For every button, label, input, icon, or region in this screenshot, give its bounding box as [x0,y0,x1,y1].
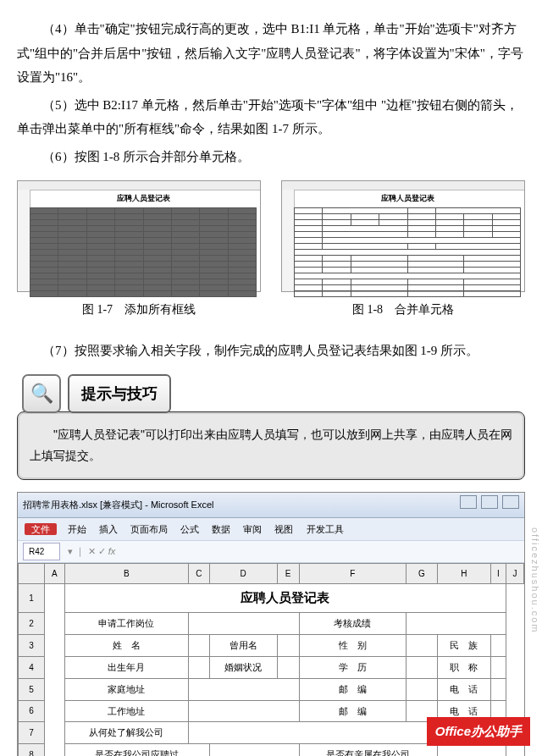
maximize-icon[interactable] [481,495,498,509]
tab-home[interactable]: 开始 [68,524,86,534]
tab-data[interactable]: 数据 [212,524,230,534]
tip-box: 🔍 提示与技巧 "应聘人员登记表"可以打印出来由应聘人员填写，也可以放到网上共享… [17,374,525,480]
tab-file[interactable]: 文件 [25,523,57,535]
tab-dev[interactable]: 开发工具 [307,524,344,534]
excel-titlebar: 招聘常用表格.xlsx [兼容模式] - Microsoft Excel [18,493,524,518]
fig18-title: 应聘人员登记表 [294,190,521,207]
form-title[interactable]: 应聘人员登记表 [64,584,506,613]
close-icon[interactable] [502,495,519,509]
tab-insert[interactable]: 插入 [99,524,118,534]
tip-text: "应聘人员登记表"可以打印出来由应聘人员填写，也可以放到网上共享，由应聘人员在网… [30,424,512,466]
ribbon-tabs: 文件 开始 插入 页面布局 公式 数据 审阅 视图 开发工具 [18,518,524,542]
paragraph-7: （7）按照要求输入相关字段，制作完成的应聘人员登记表结果如图 1-9 所示。 [17,339,525,363]
fig18-caption: 图 1-8 合并单元格 [281,299,525,322]
figure-1-7: 应聘人员登记表 [17,180,261,334]
tab-layout[interactable]: 页面布局 [130,524,168,534]
fig18-grid [294,207,521,297]
col-headers: ABCDEFGHIJ [19,564,524,584]
fig18-thumb: 应聘人员登记表 [281,180,525,292]
figure-1-8: 应聘人员登记表 [281,180,525,334]
paragraph-4: （4）单击"确定"按钮完成行高的更改，选中 B1:I1 单元格，单击"开始"选项… [17,17,525,90]
corner[interactable] [19,564,45,584]
figure-row-1: 应聘人员登记表 [17,180,525,334]
brand-badge: Office办公助手 [427,717,530,747]
paragraph-5: （5）选中 B2:I17 单元格，然后单击"开始"选项卡"字体"组中 "边框"按… [17,93,525,141]
paragraph-6: （6）按图 1-8 所示合并部分单元格。 [17,145,525,169]
excel-title: 招聘常用表格.xlsx [兼容模式] - Microsoft Excel [23,496,214,514]
minimize-icon[interactable] [460,495,477,509]
fig17-grid [30,207,257,297]
tab-formula[interactable]: 公式 [180,524,199,534]
fig17-title: 应聘人员登记表 [30,190,257,207]
tip-body: "应聘人员登记表"可以打印出来由应聘人员填写，也可以放到网上共享，由应聘人员在网… [17,411,525,479]
fig17-thumb: 应聘人员登记表 [17,180,261,292]
watermark: officezhushou.com [526,527,542,634]
window-buttons [458,495,519,515]
fig17-caption: 图 1-7 添加所有框线 [17,299,261,322]
name-box[interactable]: R42 [23,543,60,560]
tip-label: 提示与技巧 [68,374,171,413]
magnifier-icon: 🔍 [22,374,61,413]
tab-review[interactable]: 审阅 [243,524,262,534]
tab-view[interactable]: 视图 [274,524,293,534]
name-box-row: R42 ▾ ｜ ✕ ✓ fx [18,541,524,563]
